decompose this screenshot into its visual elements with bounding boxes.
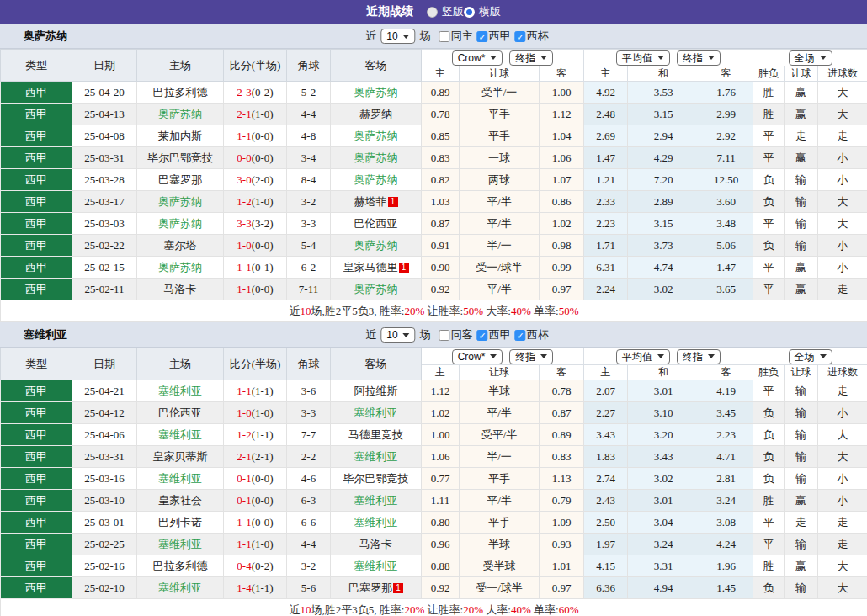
filter-checkbox[interactable]: 西甲 xyxy=(477,29,511,44)
filter-checkbox-group: 同客 西甲 西杯 xyxy=(435,327,549,343)
result-cell: 负 xyxy=(753,191,785,213)
avg-away-cell: 7.11 xyxy=(699,147,753,169)
match-row: 西甲 25-04-13 奥萨苏纳 2-1(1-0) 4-4 赫罗纳 0.78 平… xyxy=(1,104,867,125)
avg-type-select[interactable]: 终指 xyxy=(677,349,721,364)
summary-row: 近10场,胜2平3负5, 胜率:20% 让胜率:20% 大率:40% 单率:60… xyxy=(1,599,867,616)
home-team-cell: 奥萨苏纳 xyxy=(137,191,224,213)
match-row: 西甲 25-04-06 塞维利亚 1-2(1-1) 7-7 马德里竞技 1.00… xyxy=(1,424,867,446)
result-cell: 胜 xyxy=(753,555,785,577)
avg-draw-cell: 3.01 xyxy=(628,490,699,512)
games-label: 场 xyxy=(420,327,431,343)
chevron-down-icon xyxy=(403,333,410,337)
col-score: 比分(半场) xyxy=(224,50,287,82)
odds-type-select[interactable]: 终指 xyxy=(509,349,553,364)
handicap-cell: 半球 xyxy=(460,380,540,402)
checkbox-icon xyxy=(477,31,488,42)
odds-away-cell: 1.13 xyxy=(540,468,584,490)
date-cell: 25-02-10 xyxy=(72,577,137,599)
home-team-cell: 巴拉多利德 xyxy=(137,555,224,577)
handicap-result-cell: 赢 xyxy=(785,490,818,512)
avg-type-select[interactable]: 终指 xyxy=(677,50,721,66)
odds-source-select[interactable]: Crow* xyxy=(452,349,503,364)
odds-source-select[interactable]: Crow* xyxy=(452,50,503,66)
avg-away-cell: 4.19 xyxy=(699,380,753,402)
result-cell: 负 xyxy=(753,446,785,468)
chevron-down-icon xyxy=(403,35,410,39)
fulltime-score: 1-2 xyxy=(237,195,251,208)
recent-count-select[interactable]: 10 xyxy=(380,29,415,44)
goals-result-cell: 小 xyxy=(818,402,867,424)
avg-away-cell: 3.08 xyxy=(699,512,753,534)
layout-radio[interactable]: 横版 xyxy=(464,4,501,19)
col-away: 客场 xyxy=(331,348,422,380)
result-cell: 胜 xyxy=(753,104,785,125)
team-name: 奥萨苏纳 xyxy=(24,24,67,49)
checkbox-label: 同主 xyxy=(451,29,473,44)
team-section-sevilla: 塞维利亚 近 10 场 同客 西甲 西杯 xyxy=(0,322,867,616)
filter-checkbox[interactable]: 同客 xyxy=(439,327,473,343)
odds-away-cell: 0.86 xyxy=(540,191,584,213)
filter-checkbox[interactable]: 同主 xyxy=(439,29,473,44)
home-team-cell: 塞维利亚 xyxy=(137,534,224,555)
col-type: 类型 xyxy=(1,348,72,380)
avg-home-cell: 2.69 xyxy=(584,125,628,147)
avg-home-cell: 3.43 xyxy=(584,424,628,446)
halftime-score: (2-1) xyxy=(252,450,274,463)
handicap-cell: 受平/半 xyxy=(460,424,540,446)
home-team-name: 塞维利亚 xyxy=(158,472,202,485)
match-row: 西甲 25-03-01 巴列卡诺 1-1(0-0) 6-6 塞维利亚 0.80 … xyxy=(1,512,867,534)
away-team-name: 毕尔巴鄂竞技 xyxy=(343,472,409,485)
scope-select[interactable]: 全场 xyxy=(789,50,832,66)
halftime-score: (0-0) xyxy=(252,516,274,528)
avg-draw-cell: 3.43 xyxy=(628,446,699,468)
fulltime-score: 2-1 xyxy=(237,450,251,463)
league-badge: 西甲 xyxy=(1,577,72,599)
filter-checkbox[interactable]: 西杯 xyxy=(515,327,549,343)
odds-home-cell: 0.91 xyxy=(422,235,460,257)
recent-count-select[interactable]: 10 xyxy=(380,327,415,343)
home-team-name: 塞维利亚 xyxy=(158,581,202,594)
odds-type-select[interactable]: 终指 xyxy=(509,50,553,66)
corner-cell: 8-4 xyxy=(287,169,331,191)
halftime-score: (0-0) xyxy=(252,151,274,164)
filter-checkbox[interactable]: 西杯 xyxy=(515,29,549,44)
avg-select[interactable]: 平均值 xyxy=(616,349,670,364)
home-team-name: 巴拉多利德 xyxy=(153,560,208,572)
avg-away-cell: 5.06 xyxy=(699,235,753,257)
away-team-cell: 赫塔菲1 xyxy=(331,191,422,213)
match-row: 西甲 25-02-15 奥萨苏纳 1-1(0-1) 6-2 皇家马德里1 0.9… xyxy=(1,257,867,279)
avg-home-cell: 2.07 xyxy=(584,380,628,402)
home-team-name: 皇家社会 xyxy=(158,494,202,507)
match-row: 西甲 25-03-31 皇家贝蒂斯 2-1(2-1) 2-2 塞维利亚 1.06… xyxy=(1,446,867,468)
odds-selects-cell: Crow* 终指 xyxy=(422,348,584,365)
layout-radio[interactable]: 竖版 xyxy=(427,4,464,19)
checkbox-label: 西甲 xyxy=(489,29,511,44)
col-corner: 角球 xyxy=(287,348,331,380)
home-team-name: 奥萨苏纳 xyxy=(158,195,202,208)
corner-cell: 3-2 xyxy=(287,191,331,213)
summary-row: 近10场,胜2平5负3, 胜率:20% 让胜率:50% 大率:40% 单率:50… xyxy=(1,300,867,322)
score-cell: 2-3(0-2) xyxy=(224,82,287,104)
team-section-osasuna: 奥萨苏纳 近 10 场 同主 西甲 西杯 xyxy=(0,24,867,322)
away-team-name: 马德里竞技 xyxy=(348,428,403,441)
avg-select[interactable]: 平均值 xyxy=(616,50,670,66)
handicap-result-cell: 输 xyxy=(785,534,818,555)
league-badge: 西甲 xyxy=(1,490,72,512)
checkbox-icon xyxy=(515,31,526,42)
home-team-cell: 奥萨苏纳 xyxy=(137,213,224,235)
avg-home-cell: 2.74 xyxy=(584,468,628,490)
fulltime-score: 1-1 xyxy=(237,283,251,295)
league-badge: 西甲 xyxy=(1,213,72,235)
filter-checkbox[interactable]: 西甲 xyxy=(477,327,511,343)
avg-away-cell: 2.92 xyxy=(699,125,753,147)
away-team-cell: 塞维利亚 xyxy=(331,512,422,534)
away-team-cell: 马洛卡 xyxy=(331,534,422,555)
col-avg-home: 主 xyxy=(584,66,628,82)
goals-result-cell: 小 xyxy=(818,235,867,257)
corner-cell: 7-11 xyxy=(287,279,331,300)
halftime-score: (1-0) xyxy=(252,108,274,120)
handicap-result-cell: 赢 xyxy=(785,147,818,169)
scope-select[interactable]: 全场 xyxy=(789,349,832,364)
near-label: 近 xyxy=(365,29,376,44)
layout-radio-group: 竖版 横版 xyxy=(427,4,501,19)
